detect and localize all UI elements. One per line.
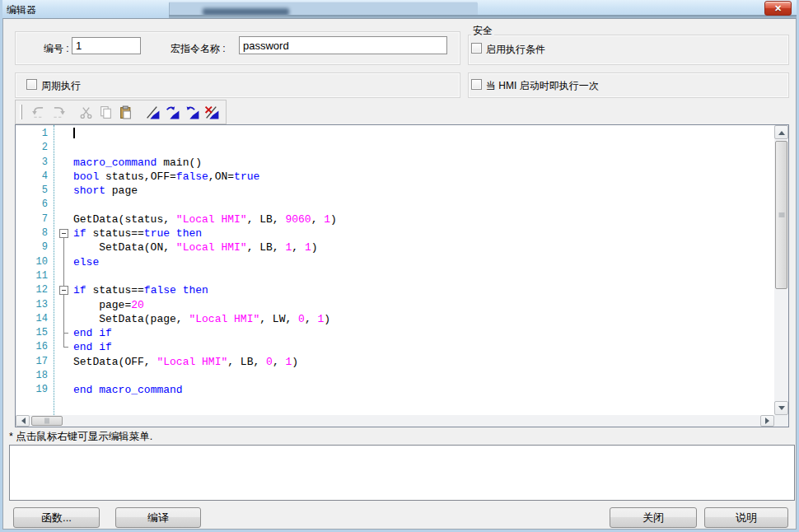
editor-row: 13 page=20 [16, 298, 774, 312]
editor-row: 11 [16, 269, 774, 283]
code-line[interactable]: SetData(OFF, "Local HMI", LB, 0, 1) [73, 355, 298, 369]
help-button[interactable]: 说明 [704, 507, 788, 528]
editor-row: 16end if [16, 340, 774, 354]
scroll-left-button[interactable] [16, 415, 30, 427]
macro-editor-window: 编辑器 ✕ 编号 : 宏指令名称 : 安全 启用执行条件 周期执行 当 HMI … [0, 0, 799, 532]
clear-bookmarks-icon[interactable] [202, 102, 222, 122]
undo-icon[interactable] [29, 102, 49, 122]
fold-toggle-icon[interactable] [55, 226, 73, 240]
line-number: 4 [16, 170, 55, 184]
editor-row: 18 [16, 369, 774, 383]
text-caret [73, 128, 75, 138]
editor-row: 4bool status,OFF=false,ON=true [16, 170, 774, 184]
code-line[interactable]: end if [73, 326, 112, 340]
code-line[interactable]: macro_command main() [73, 156, 202, 170]
line-number: 14 [16, 312, 55, 326]
macro-id-input[interactable] [72, 37, 141, 54]
editor-row: 1 [16, 127, 774, 141]
functions-button[interactable]: 函数... [13, 507, 100, 528]
right-click-hint: * 点击鼠标右键可显示编辑菜单. [9, 430, 152, 444]
fold-margin [55, 198, 73, 212]
vertical-scrollbar[interactable] [774, 125, 788, 415]
compile-button[interactable]: 编译 [115, 507, 201, 528]
editor-row: 9 SetData(ON, "Local HMI", LB, 1, 1) [16, 240, 774, 254]
scroll-down-button[interactable] [774, 401, 788, 415]
window-title: 编辑器 [7, 3, 36, 17]
enable-condition-checkbox[interactable] [471, 43, 482, 54]
editor-row: 7GetData(status, "Local HMI", LB, 9060, … [16, 212, 774, 226]
line-number: 10 [16, 255, 55, 269]
editor-row: 14 SetData(page, "Local HMI", LW, 0, 1) [16, 312, 774, 326]
editor-rows: 123macro_command main()4bool status,OFF=… [16, 127, 774, 398]
fold-margin [55, 156, 73, 170]
compile-output-box[interactable] [9, 445, 795, 501]
vertical-scroll-thumb[interactable] [775, 141, 787, 289]
editor-row: 2 [16, 141, 774, 155]
fold-margin [55, 240, 73, 254]
fold-margin [55, 255, 73, 269]
code-line[interactable]: end macro_command [73, 383, 183, 397]
code-line[interactable]: SetData(ON, "Local HMI", LB, 1, 1) [73, 240, 318, 254]
redo-icon[interactable] [49, 102, 68, 122]
title-bar[interactable]: 编辑器 ✕ [0, 0, 799, 18]
copy-icon[interactable] [96, 102, 115, 122]
code-line[interactable]: if status==true then [73, 226, 202, 240]
code-line[interactable]: else [73, 255, 99, 269]
next-bookmark-icon[interactable] [162, 102, 182, 122]
line-number: 5 [16, 184, 55, 198]
line-number: 7 [16, 212, 55, 226]
code-line[interactable]: end if [73, 340, 112, 354]
close-button[interactable]: 关闭 [610, 507, 697, 528]
code-line[interactable]: bool status,OFF=false,ON=true [73, 170, 259, 184]
previous-bookmark-icon[interactable] [182, 102, 202, 122]
scrollbar-corner [774, 415, 788, 427]
code-line[interactable] [73, 127, 75, 141]
close-icon[interactable]: ✕ [764, 1, 792, 16]
scroll-right-button[interactable] [760, 415, 774, 427]
toolbar-grip[interactable] [20, 105, 22, 119]
editor-row: 8if status==true then [16, 226, 774, 240]
periodic-label: 周期执行 [41, 79, 81, 93]
fold-margin [55, 383, 73, 397]
code-editor[interactable]: 123macro_command main()4bool status,OFF=… [15, 124, 789, 427]
periodic-group [15, 72, 460, 98]
horizontal-scroll-thumb[interactable] [31, 416, 63, 426]
editor-row: 5short page [16, 184, 774, 198]
line-number: 6 [16, 198, 55, 212]
line-number: 1 [16, 127, 55, 141]
code-line[interactable]: page=20 [73, 298, 144, 312]
code-line[interactable]: if status==false then [73, 283, 208, 297]
fold-toggle-icon[interactable] [55, 283, 73, 297]
editor-row: 15end if [16, 326, 774, 340]
security-group-legend: 安全 [471, 24, 494, 38]
code-line[interactable]: GetData(status, "Local HMI", LB, 9060, 1… [73, 212, 337, 226]
line-number: 11 [16, 269, 55, 283]
code-line[interactable]: short page [73, 184, 138, 198]
line-number: 19 [16, 383, 55, 397]
editor-row: 12if status==false then [16, 283, 774, 297]
line-number: 15 [16, 326, 55, 340]
line-number: 13 [16, 298, 55, 312]
fold-margin [55, 326, 73, 340]
startup-checkbox[interactable] [471, 79, 482, 90]
toggle-bookmark-icon[interactable] [143, 102, 162, 122]
scroll-up-button[interactable] [774, 125, 788, 139]
horizontal-scrollbar[interactable] [16, 415, 774, 427]
code-line[interactable]: SetData(page, "Local HMI", LW, 0, 1) [73, 312, 330, 326]
edit-toolbar [15, 100, 227, 124]
fold-margin [55, 340, 73, 354]
line-number: 8 [16, 226, 55, 240]
macro-name-label: 宏指令名称 : [171, 42, 226, 56]
macro-id-label: 编号 : [44, 42, 69, 56]
macro-name-input[interactable] [239, 36, 447, 54]
fold-margin [55, 170, 73, 184]
editor-row: 17SetData(OFF, "Local HMI", LB, 0, 1) [16, 355, 774, 369]
line-number: 2 [16, 141, 55, 155]
fold-margin [55, 141, 73, 155]
line-number: 12 [16, 283, 55, 297]
editor-row: 6 [16, 198, 774, 212]
periodic-checkbox[interactable] [26, 79, 37, 90]
fold-margin [55, 355, 73, 369]
cut-icon[interactable] [76, 102, 96, 122]
paste-icon[interactable] [115, 102, 135, 122]
